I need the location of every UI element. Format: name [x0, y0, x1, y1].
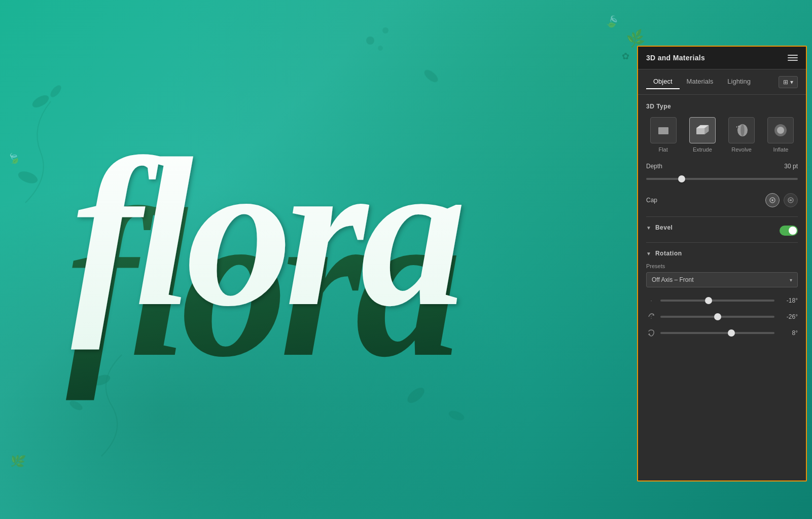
- menu-line-2: [788, 57, 798, 58]
- depth-slider[interactable]: [646, 178, 798, 180]
- depth-section: Depth 30 pt: [646, 163, 798, 184]
- presets-label: Presets: [646, 263, 798, 269]
- tab-lighting[interactable]: Lighting: [720, 75, 758, 89]
- bevel-section: ▼ Bevel: [646, 224, 798, 237]
- panel-grid-icon-btn[interactable]: ⊞ ▾: [779, 76, 798, 88]
- rotation-y-row: -26°: [646, 312, 798, 322]
- cap-icon-1-svg: [768, 196, 776, 204]
- svg-marker-25: [648, 333, 650, 335]
- type-extrude-box: [689, 117, 716, 143]
- inflate-icon: [772, 122, 789, 138]
- type-icons-group: Flat Extrude: [646, 117, 798, 153]
- dropdown-arrow-icon: ▾: [790, 277, 792, 283]
- panel-body: 3D Type Flat: [638, 95, 806, 480]
- rotation-label: Rotation: [655, 250, 682, 257]
- menu-line-3: [788, 60, 798, 61]
- divider-1: [646, 216, 798, 217]
- cap-icons-group: [765, 193, 798, 207]
- depth-header: Depth 30 pt: [646, 163, 798, 170]
- cap-option-1[interactable]: [765, 193, 780, 207]
- flora-text: flora: [71, 115, 463, 351]
- extrude-icon: [694, 122, 711, 138]
- bevel-toggle[interactable]: [780, 226, 798, 236]
- rotation-z-thumb[interactable]: [728, 329, 735, 337]
- type-flat-label: Flat: [658, 146, 667, 153]
- type-revolve-box: [728, 117, 755, 143]
- canvas-artwork: flora flora: [0, 0, 497, 519]
- panel-title: 3D and Materials: [646, 54, 705, 62]
- rotation-y-track: [660, 316, 774, 318]
- preset-value: Off Axis – Front: [652, 276, 693, 283]
- panel-menu-icon[interactable]: [788, 53, 798, 63]
- preset-dropdown[interactable]: Off Axis – Front ▾: [646, 272, 798, 287]
- svg-point-0: [366, 36, 374, 45]
- type-inflate-label: Inflate: [773, 146, 788, 153]
- rotation-collapse-header[interactable]: ▼ Rotation: [646, 250, 798, 257]
- 3d-type-label: 3D Type: [646, 103, 798, 110]
- rotation-z-icon-svg: [647, 328, 656, 338]
- svg-point-5: [17, 169, 39, 186]
- rotation-z-track: [660, 332, 774, 334]
- rotation-x-row: · -18°: [646, 295, 798, 306]
- leaf-decoration-2: 🍃: [604, 13, 621, 30]
- tab-materials[interactable]: Materials: [680, 75, 721, 89]
- rotation-arrow: ▼: [646, 251, 651, 256]
- rotation-x-track: [660, 300, 774, 302]
- type-inflate[interactable]: Inflate: [764, 117, 798, 153]
- rotation-y-icon-svg: [647, 312, 656, 321]
- type-inflate-box: [767, 117, 794, 143]
- rotation-y-icon: [646, 312, 656, 322]
- rotation-section: ▼ Rotation Presets Off Axis – Front ▾ ·: [646, 250, 798, 338]
- panel-header: 3D and Materials: [638, 47, 806, 69]
- depth-label: Depth: [646, 163, 662, 170]
- svg-point-4: [49, 84, 63, 99]
- divider-2: [646, 242, 798, 243]
- type-extrude-label: Extrude: [693, 146, 712, 153]
- rotation-z-icon: [646, 328, 656, 338]
- cap-icon-2-svg: [787, 196, 795, 204]
- depth-slider-container: [646, 174, 798, 184]
- rotation-x-thumb[interactable]: [705, 297, 712, 304]
- panel-header-icons: [788, 53, 798, 63]
- cap-label: Cap: [646, 197, 657, 204]
- bevel-label: Bevel: [655, 224, 673, 231]
- svg-point-19: [777, 127, 784, 134]
- type-revolve[interactable]: Revolve: [725, 117, 759, 153]
- rotation-x-value: -18°: [779, 297, 798, 304]
- tab-object[interactable]: Object: [646, 75, 680, 89]
- svg-point-21: [771, 199, 773, 201]
- svg-rect-12: [658, 127, 668, 134]
- svg-point-17: [740, 124, 745, 136]
- panel-chevron: ▾: [790, 79, 793, 86]
- rotation-z-row: 8°: [646, 328, 798, 338]
- type-flat[interactable]: Flat: [646, 117, 680, 153]
- type-extrude[interactable]: Extrude: [685, 117, 719, 153]
- svg-point-1: [382, 27, 389, 33]
- svg-point-2: [378, 46, 383, 51]
- svg-point-3: [30, 93, 51, 110]
- type-flat-box: [650, 117, 677, 143]
- svg-rect-13: [696, 128, 704, 134]
- rotation-body: Presets Off Axis – Front ▾ · -18°: [646, 263, 798, 338]
- rotation-x-icon: ·: [646, 295, 656, 306]
- leaf-decoration-3: ✿: [622, 51, 629, 62]
- svg-point-6: [422, 68, 440, 85]
- bevel-arrow: ▼: [646, 225, 651, 231]
- rotation-y-value: -26°: [779, 313, 798, 320]
- panel-tabs: Object Materials Lighting ⊞ ▾: [638, 69, 806, 95]
- bevel-toggle-knob: [789, 227, 797, 235]
- depth-value: 30 pt: [784, 163, 798, 170]
- svg-point-10: [447, 409, 466, 422]
- flat-icon: [655, 122, 672, 138]
- cap-option-2[interactable]: [784, 193, 798, 207]
- rotation-z-value: 8°: [779, 329, 798, 337]
- revolve-icon: [733, 122, 750, 138]
- grid-icon: ⊞: [783, 79, 788, 86]
- 3d-materials-panel: 3D and Materials Object Materials Lighti…: [637, 46, 807, 481]
- 3d-type-section: 3D Type Flat: [646, 103, 798, 153]
- cap-section: Cap: [646, 193, 798, 207]
- bevel-collapse-header[interactable]: ▼ Bevel: [646, 224, 780, 231]
- rotation-y-thumb[interactable]: [714, 313, 721, 320]
- menu-line-1: [788, 55, 798, 56]
- type-revolve-label: Revolve: [731, 146, 752, 153]
